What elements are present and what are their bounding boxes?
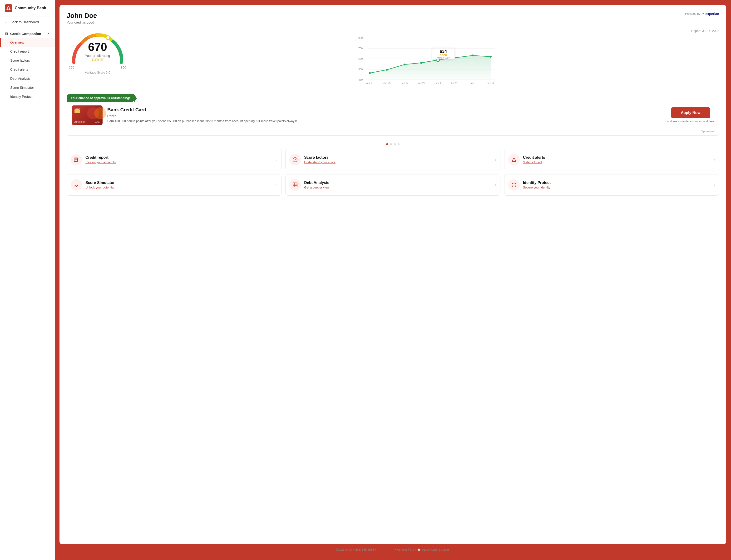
chart-point	[420, 62, 422, 64]
credit-companion-icon: ⊟	[5, 32, 8, 36]
gauge-rating-label: Your credit rating	[85, 54, 110, 58]
report-date: Report: Jul 14, 2022	[136, 29, 719, 33]
chart-point	[369, 72, 371, 74]
debt-analysis-subtitle: Get a deeper view	[304, 186, 492, 189]
grid-cards-row1: Credit report Review your accounts › Sco…	[67, 149, 719, 170]
sidebar-item-credit-alerts[interactable]: Credit alerts	[0, 65, 55, 74]
grid-card-credit-report[interactable]: Credit report Review your accounts ›	[67, 149, 282, 170]
svg-point-32	[76, 186, 77, 187]
credit-report-subtitle: Review your accounts	[85, 160, 273, 164]
sidebar-item-score-simulator[interactable]: Score Simulator	[0, 83, 55, 92]
svg-text:Apr 15: Apr 15	[366, 82, 373, 84]
carousel-dot-2[interactable]	[390, 143, 392, 145]
score-factors-arrow-icon: ›	[495, 158, 496, 162]
chart-container: Report: Jul 14, 2022 850 750 650 550 450	[136, 29, 719, 87]
apply-now-button[interactable]: Apply Now	[671, 107, 710, 118]
gauge-wrapper: 670 Your credit rating GOOD	[69, 29, 126, 65]
score-simulator-title: Score Simulator	[85, 181, 273, 185]
credit-card-image: Credit John Smith 08/27	[72, 105, 103, 125]
grid-card-credit-alerts[interactable]: Credit alerts 3 alerts found ›	[504, 149, 719, 170]
chart-point	[490, 56, 492, 58]
sidebar-nav: Overview Credit report Score factors Cre…	[0, 38, 55, 101]
svg-text:Sep 22: Sep 22	[487, 82, 494, 84]
debt-analysis-icon	[289, 179, 301, 191]
svg-text:Jul 9: Jul 9	[470, 82, 475, 84]
main-content: John Doe Your credit is good Provided by…	[55, 0, 731, 560]
carousel-dot-3[interactable]	[394, 143, 396, 145]
score-simulator-icon	[71, 179, 82, 191]
banner-cta: Apply Now and see more details, rates, a…	[667, 107, 714, 123]
sidebar-logo: Community Bank	[0, 0, 55, 16]
banner-card-title: Bank Credit Card	[107, 107, 662, 113]
svg-rect-3	[6, 10, 11, 10]
debt-analysis-title: Debt Analysis	[304, 181, 492, 185]
svg-text:850: 850	[359, 36, 363, 39]
sidebar-item-credit-report[interactable]: Credit report	[0, 47, 55, 56]
grid-cards-row2: Score Simulator Unlock your potential › …	[67, 174, 719, 196]
chart-point	[386, 69, 388, 71]
gauge-vantage: Vantage Score 3.0	[85, 71, 110, 74]
svg-text:750: 750	[359, 47, 363, 50]
svg-text:450: 450	[359, 78, 363, 81]
svg-text:550: 550	[359, 68, 363, 71]
footer-text: ©2021 Array • (555) 555-5555 •	[336, 548, 376, 551]
perks-title: Perks	[107, 114, 662, 118]
credit-alerts-subtitle: 3 alerts found	[523, 160, 711, 164]
sidebar-item-overview[interactable]: Overview	[0, 38, 55, 47]
score-factors-text: Score factors Understand your score	[304, 155, 492, 164]
gauge-rating: GOOD	[85, 58, 110, 62]
footer-after-privacy: • Member FDIC •	[395, 548, 416, 551]
carousel-dot-1[interactable]	[386, 143, 388, 145]
back-arrow-icon: ←	[5, 20, 8, 24]
identity-protect-icon	[508, 179, 520, 191]
experian-badge: Provided by ✦ experian	[685, 12, 719, 16]
score-factors-icon	[289, 154, 301, 165]
score-factors-subtitle: Understand your score	[304, 160, 492, 164]
grid-card-score-factors[interactable]: Score factors Understand your score ›	[285, 149, 500, 170]
sidebar-item-identity-protect[interactable]: Identity Protect	[0, 92, 55, 101]
credit-alerts-title: Credit alerts	[523, 155, 711, 160]
content-card: John Doe Your credit is good Provided by…	[60, 5, 726, 544]
grid-card-debt-analysis[interactable]: Debt Analysis Get a deeper view ›	[285, 174, 500, 196]
score-factors-title: Score factors	[304, 155, 492, 160]
identity-protect-subtitle: Secure your identity	[523, 186, 711, 189]
chart-point	[472, 55, 473, 56]
sidebar-item-score-factors[interactable]: Score factors	[0, 56, 55, 65]
back-to-dashboard-button[interactable]: ← Back to Dashboard	[0, 16, 55, 28]
credit-report-text: Credit report Review your accounts	[85, 155, 273, 164]
user-info: John Doe Your credit is good	[67, 12, 97, 24]
gauge-indicator	[106, 36, 110, 40]
user-subtitle: Your credit is good	[67, 20, 97, 24]
svg-text:Jun 29: Jun 29	[383, 82, 390, 84]
debt-analysis-text: Debt Analysis Get a deeper view	[304, 181, 492, 189]
card-chip-icon	[75, 109, 80, 113]
chart-wrapper: 850 750 650 550 450	[136, 35, 719, 87]
sidebar-item-debt-analysis[interactable]: Debt Analysis	[0, 74, 55, 83]
sidebar: Community Bank ← Back to Dashboard ⊟ Cre…	[0, 0, 55, 560]
svg-text:Sep 12: Sep 12	[401, 82, 408, 84]
bank-name: Community Bank	[15, 6, 46, 10]
user-name: John Doe	[67, 12, 97, 20]
score-simulator-subtitle: Unlock your potential	[85, 186, 273, 189]
svg-text:650: 650	[359, 57, 363, 60]
approval-banner: Your chance of approval is Outstanding! …	[67, 94, 719, 136]
credit-alerts-text: Credit alerts 3 alerts found	[523, 155, 711, 164]
community-bank-logo-icon	[5, 4, 12, 12]
card-label: Credit	[74, 107, 82, 109]
credit-companion-section[interactable]: ⊟ Credit Companion ∧	[0, 28, 55, 38]
equal-housing-label: Equal Housing Lender	[421, 548, 450, 551]
grid-card-score-simulator[interactable]: Score Simulator Unlock your potential ›	[67, 174, 282, 196]
card-circles-icon	[87, 107, 106, 119]
credit-report-title: Credit report	[85, 155, 273, 160]
experian-logo: ✦ experian	[702, 12, 719, 16]
privacy-policy-link[interactable]: Privacy policy	[377, 548, 394, 551]
grid-card-identity-protect[interactable]: Identity Protect Secure your identity ›	[504, 174, 719, 196]
section-title: Credit Companion	[10, 32, 41, 36]
svg-rect-0	[5, 4, 12, 12]
carousel-dot-4[interactable]	[397, 143, 399, 145]
chevron-up-icon: ∧	[47, 31, 50, 36]
svg-text:634: 634	[440, 49, 447, 54]
banner-tag: Your chance of approval is Outstanding!	[67, 94, 134, 102]
banner-content: Credit John Smith 08/27 Bank Credit Card…	[67, 102, 719, 129]
svg-text:Apr 25: Apr 25	[451, 82, 458, 84]
